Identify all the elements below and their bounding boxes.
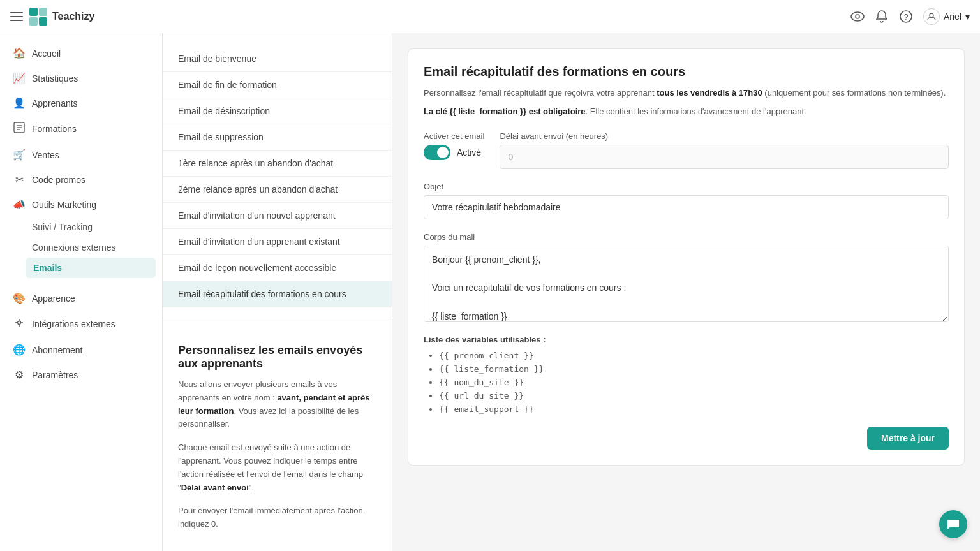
toggle-slider bbox=[424, 145, 450, 160]
sidebar-sublabel-connexions: Connexions externes bbox=[32, 242, 116, 253]
activate-group: Activer cet email Activé bbox=[424, 131, 484, 169]
variable-item: {{ nom_du_site }} bbox=[439, 378, 949, 387]
description-paragraph3: Pour envoyer l'email immédiatement après… bbox=[178, 504, 376, 531]
sidebar-item-integrations[interactable]: Intégrations externes bbox=[0, 311, 162, 337]
sidebar-label-integrations: Intégrations externes bbox=[32, 319, 115, 329]
sidebar-item-parametres[interactable]: ⚙ Paramètres bbox=[0, 362, 162, 387]
sidebar-item-apparence[interactable]: 🎨 Apparence bbox=[0, 286, 162, 311]
delay-label: Délai avant envoi (en heures) bbox=[500, 131, 949, 141]
email-item-recapitulatif[interactable]: Email récapitulatif des formations en co… bbox=[163, 281, 392, 307]
email-item-invitation-nouvel[interactable]: Email d'invitation d'un nouvel apprenant bbox=[163, 203, 392, 229]
user-menu[interactable]: Ariel ▾ bbox=[923, 8, 970, 25]
sidebar-sublabel-emails: Emails bbox=[33, 263, 62, 273]
sidebar-subitem-emails[interactable]: Emails bbox=[26, 258, 156, 278]
form-note: La clé {{ liste_formation }} est obligat… bbox=[424, 105, 949, 119]
sidebar-label-accueil: Accueil bbox=[32, 48, 61, 59]
sidebar-label-ventes: Ventes bbox=[32, 150, 59, 160]
variable-item: {{ liste_formation }} bbox=[439, 364, 949, 374]
svg-rect-0 bbox=[29, 8, 38, 16]
sidebar-label-abonnement: Abonnement bbox=[32, 345, 82, 355]
variable-item: {{ prenom_client }} bbox=[439, 351, 949, 360]
sidebar-label-code-promos: Code promos bbox=[32, 175, 85, 185]
svg-rect-2 bbox=[29, 17, 38, 26]
hamburger-button[interactable] bbox=[10, 12, 23, 21]
app-logo: Teachizy bbox=[29, 8, 94, 26]
email-item-desinscription[interactable]: Email de désinscription bbox=[163, 98, 392, 124]
svg-point-5 bbox=[856, 15, 859, 18]
form-title: Email récapitulatif des formations en co… bbox=[424, 64, 949, 79]
delay-input[interactable] bbox=[500, 145, 949, 169]
eye-icon[interactable] bbox=[850, 10, 865, 24]
user-dropdown-arrow: ▾ bbox=[965, 11, 970, 22]
card-footer: Mettre à jour bbox=[424, 427, 949, 450]
form-description: Personnalisez l'email récapitulatif que … bbox=[424, 87, 949, 100]
sidebar-sublabel-suivi: Suivi / Tracking bbox=[32, 222, 93, 232]
email-toggle[interactable] bbox=[424, 145, 450, 160]
sidebar-label-outils-marketing: Outils Marketing bbox=[32, 200, 96, 210]
navbar-right: ? Ariel ▾ bbox=[850, 8, 970, 25]
integrations-icon bbox=[13, 317, 26, 331]
email-item-relance1[interactable]: 1ère relance après un abandon d'achat bbox=[163, 151, 392, 177]
sidebar-label-formations: Formations bbox=[32, 124, 77, 134]
svg-point-4 bbox=[851, 12, 864, 21]
sidebar-subitem-connexions[interactable]: Connexions externes bbox=[0, 237, 162, 258]
help-icon[interactable]: ? bbox=[899, 10, 913, 24]
bell-icon[interactable] bbox=[875, 10, 889, 24]
sidebar-item-formations[interactable]: Formations bbox=[0, 115, 162, 142]
variables-title: Liste des variables utilisables : bbox=[424, 335, 949, 344]
body-group: Corps du mail Bonjour {{ prenom_client }… bbox=[424, 232, 949, 322]
variables-list: {{ prenom_client }} {{ liste_formation }… bbox=[424, 351, 949, 414]
apparence-icon: 🎨 bbox=[13, 292, 26, 304]
sidebar-label-statistiques: Statistiques bbox=[32, 73, 78, 84]
sidebar-subitem-suivi[interactable]: Suivi / Tracking bbox=[0, 217, 162, 237]
delay-group: Délai avant envoi (en heures) bbox=[500, 131, 949, 169]
svg-text:?: ? bbox=[904, 13, 909, 22]
subject-input[interactable] bbox=[424, 195, 949, 219]
email-item-suppression[interactable]: Email de suppression bbox=[163, 124, 392, 151]
description-title: Personnalisez les emails envoyés aux app… bbox=[178, 344, 376, 371]
svg-point-8 bbox=[930, 13, 933, 17]
user-avatar bbox=[923, 8, 940, 25]
marketing-icon: 📣 bbox=[13, 198, 26, 210]
body-label: Corps du mail bbox=[424, 232, 949, 242]
sidebar-item-apprenants[interactable]: 👤 Apprenants bbox=[0, 91, 162, 115]
subject-label: Objet bbox=[424, 182, 949, 191]
sidebar-label-apparence: Apparence bbox=[32, 293, 75, 304]
content-area: Email de bienvenue Email de fin de forma… bbox=[163, 33, 980, 551]
sidebar: 🏠 Accueil 📈 Statistiques 👤 Apprenants Fo… bbox=[0, 33, 163, 551]
chat-bubble[interactable] bbox=[939, 510, 967, 538]
email-item-bienvenue[interactable]: Email de bienvenue bbox=[163, 46, 392, 72]
sidebar-item-accueil[interactable]: 🏠 Accueil bbox=[0, 41, 162, 66]
email-item-relance2[interactable]: 2ème relance après un abandon d'achat bbox=[163, 177, 392, 203]
sidebar-item-abonnement[interactable]: 🌐 Abonnement bbox=[0, 337, 162, 362]
sidebar-item-code-promos[interactable]: ✂ Code promos bbox=[0, 167, 162, 192]
ventes-icon: 🛒 bbox=[13, 149, 26, 161]
navbar-left: Teachizy bbox=[10, 8, 94, 26]
body-textarea[interactable]: Bonjour {{ prenom_client }}, Voici un ré… bbox=[424, 246, 949, 322]
email-item-invitation-existant[interactable]: Email d'invitation d'un apprenant exista… bbox=[163, 229, 392, 255]
middle-panel: Email de bienvenue Email de fin de forma… bbox=[163, 33, 392, 551]
subject-group: Objet bbox=[424, 182, 949, 219]
svg-rect-3 bbox=[39, 17, 47, 26]
home-icon: 🏠 bbox=[13, 47, 26, 59]
parametres-icon: ⚙ bbox=[13, 369, 26, 381]
formations-icon bbox=[13, 122, 26, 136]
email-item-lecon-accessible[interactable]: Email de leçon nouvellement accessible bbox=[163, 255, 392, 281]
chart-icon: 📈 bbox=[13, 72, 26, 84]
email-item-fin-formation[interactable]: Email de fin de formation bbox=[163, 72, 392, 98]
main-layout: 🏠 Accueil 📈 Statistiques 👤 Apprenants Fo… bbox=[0, 33, 980, 551]
toggle-row: Activé bbox=[424, 145, 484, 160]
email-list-divider bbox=[163, 318, 392, 318]
svg-point-13 bbox=[18, 321, 21, 325]
description-box: Personnalisez les emails envoyés aux app… bbox=[163, 328, 392, 547]
toggle-label: Activé bbox=[457, 147, 481, 158]
svg-rect-1 bbox=[39, 8, 47, 16]
variable-item: {{ url_du_site }} bbox=[439, 391, 949, 400]
abonnement-icon: 🌐 bbox=[13, 344, 26, 356]
promo-icon: ✂ bbox=[13, 173, 26, 186]
sidebar-item-statistiques[interactable]: 📈 Statistiques bbox=[0, 66, 162, 91]
save-button[interactable]: Mettre à jour bbox=[867, 427, 949, 450]
sidebar-item-outils-marketing[interactable]: 📣 Outils Marketing bbox=[0, 192, 162, 217]
sidebar-item-ventes[interactable]: 🛒 Ventes bbox=[0, 142, 162, 167]
logo-icon bbox=[29, 8, 47, 26]
